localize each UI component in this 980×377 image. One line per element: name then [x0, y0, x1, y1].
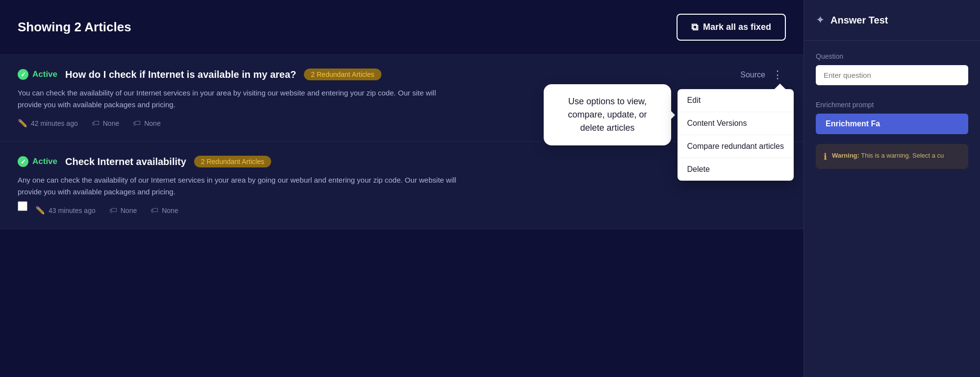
tooltip-bubble: Use options to view, compare, update, or…	[544, 84, 671, 145]
enrichment-prompt-label: Enrichment prompt	[816, 101, 968, 109]
status-label-2: Active	[32, 157, 57, 166]
article-title-1: How do I check if Internet is available …	[65, 69, 296, 80]
tag-icon-1b: 🏷	[133, 119, 141, 128]
tag2-meta-1: 🏷 None	[133, 119, 160, 128]
article-description-2: Any one can check the availability of ou…	[18, 174, 459, 198]
enrichment-button[interactable]: Enrichment Fa	[816, 114, 968, 134]
time-meta-2: ✏️ 43 minutes ago	[35, 206, 96, 215]
puzzle-icon: ✦	[816, 14, 825, 26]
warning-box: ℹ Warning: This is a warning. Select a c…	[816, 144, 968, 169]
tag1-meta-2: 🏷 None	[109, 206, 137, 215]
status-badge-1: ✓ Active	[18, 69, 57, 80]
article-card: ✓ Active How do I check if Internet is a…	[0, 55, 804, 142]
header-bar: Showing 2 Articles ⧉ Mark all as fixed	[0, 0, 804, 55]
dropdown-item-compare[interactable]: Compare redundant articles	[678, 135, 794, 158]
tag-icon-2a: 🏷	[109, 206, 117, 215]
enrichment-section: Enrichment prompt Enrichment Fa ℹ Warnin…	[816, 101, 968, 169]
mark-fixed-icon: ⧉	[691, 22, 698, 33]
active-icon-1: ✓	[18, 69, 28, 80]
time-ago-1: 42 minutes ago	[31, 119, 78, 127]
article-2-header: ✓ Active Check Internet availability 2 R…	[18, 156, 786, 167]
dropdown-item-content-versions[interactable]: Content Versions	[678, 112, 794, 135]
mark-all-fixed-button[interactable]: ⧉ Mark all as fixed	[677, 14, 786, 41]
showing-title: Showing 2 Articles	[18, 20, 131, 35]
dropdown-item-delete[interactable]: Delete	[678, 158, 794, 181]
tag2-label-1: None	[144, 119, 160, 127]
status-label-1: Active	[32, 70, 57, 79]
source-label-1: Source	[740, 71, 765, 79]
article-description-1: You can check the availability of our In…	[18, 87, 459, 111]
tag-icon-1a: 🏷	[92, 119, 100, 128]
redundant-badge-2: 2 Redundant Articles	[194, 156, 271, 167]
time-ago-2: 43 minutes ago	[49, 207, 96, 214]
articles-list: ✓ Active How do I check if Internet is a…	[0, 55, 804, 377]
more-options-button-1[interactable]: ⋮	[769, 69, 786, 81]
panel-body: Question Enrichment prompt Enrichment Fa…	[804, 41, 980, 377]
pencil-icon-2: ✏️	[35, 206, 45, 215]
redundant-badge-1: 2 Redundant Articles	[304, 69, 381, 80]
warning-text: Warning: This is a warning. Select a cu	[832, 151, 944, 162]
status-badge-2: ✓ Active	[18, 156, 57, 167]
tag1-label-1: None	[103, 119, 119, 127]
warning-icon: ℹ	[824, 151, 827, 162]
mark-fixed-label: Mark all as fixed	[703, 22, 771, 32]
article-1-header: ✓ Active How do I check if Internet is a…	[18, 69, 786, 80]
right-panel: ✦ Answer Test Question Enrichment prompt…	[804, 0, 980, 377]
tooltip-text: Use options to view, compare, update, or…	[568, 96, 647, 133]
article-title-2: Check Internet availability	[65, 156, 186, 167]
time-meta-1: ✏️ 42 minutes ago	[18, 118, 78, 128]
article-checkbox-2[interactable]	[18, 201, 27, 211]
source-row-1: Source ⋮	[740, 69, 786, 81]
tag1-meta-1: 🏷 None	[92, 119, 119, 128]
active-icon-2: ✓	[18, 156, 28, 167]
main-content: Showing 2 Articles ⧉ Mark all as fixed ✓…	[0, 0, 804, 377]
article-meta-2: ✏️ 43 minutes ago 🏷 None 🏷 None	[18, 206, 786, 215]
dropdown-menu: Edit Content Versions Compare redundant …	[678, 89, 794, 181]
panel-title: Answer Test	[830, 15, 888, 26]
tag2-label-2: None	[162, 207, 178, 214]
question-input[interactable]	[816, 65, 968, 85]
tag2-meta-2: 🏷 None	[151, 206, 178, 215]
question-label: Question	[816, 52, 968, 60]
pencil-icon-1: ✏️	[18, 118, 27, 128]
right-panel-header: ✦ Answer Test	[804, 0, 980, 41]
tag-icon-2b: 🏷	[151, 206, 158, 215]
dropdown-item-edit[interactable]: Edit	[678, 89, 794, 112]
tag1-label-2: None	[121, 207, 137, 214]
